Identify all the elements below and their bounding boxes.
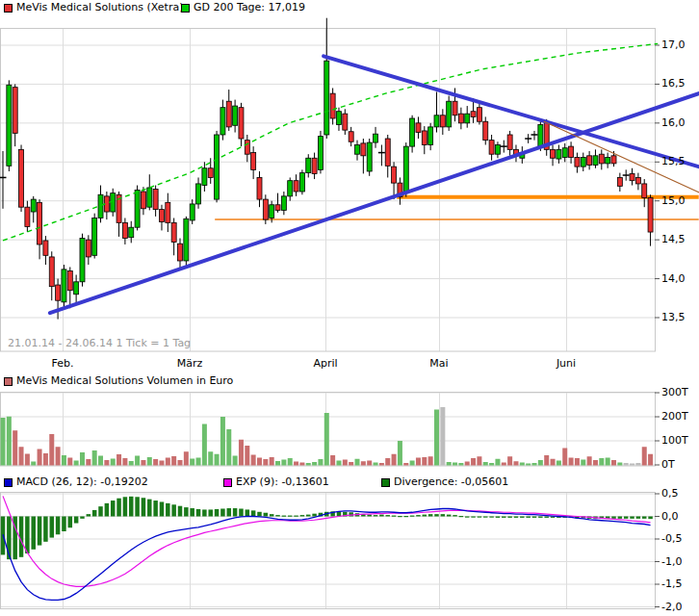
candle-body [92,218,97,256]
divergence-bar [483,517,488,518]
volume-bar [306,463,311,466]
volume-bar [275,461,280,466]
volume-bar [239,440,244,466]
candle-body [611,156,616,164]
candle-body [288,181,293,196]
volume-legend-label: MeVis Medical Solutions Volumen in Euro [16,374,233,388]
divergence-bar [227,508,232,516]
candle-body [67,270,72,290]
candle-body [587,156,592,166]
candle-body [153,190,158,210]
divergence-bar [25,517,30,554]
divergence-bar [123,497,127,516]
axis-tick-label: -1,0 [661,555,682,568]
volume-bar [410,461,415,466]
volume-bar [440,407,445,466]
doji-dash [525,138,531,140]
axis-tick-label: 15,5 [661,155,686,167]
volume-legend-swatch [4,377,13,386]
divergence-bar [294,516,298,517]
candle-body [403,146,408,193]
exp-legend-label: EXP (9): -0,13601 [236,475,329,489]
candle-body [306,158,311,172]
candle-body [202,168,207,186]
volume-bar [599,458,604,466]
candle-body [434,116,439,127]
macd-legend-label: MACD (26, 12): -0,19202 [16,475,148,489]
candle-body [416,123,421,133]
volume-bar [312,462,317,466]
divergence-bar [62,517,66,532]
divergence-bar [43,517,48,542]
chart-canvas [0,0,699,616]
candle-body [263,199,268,219]
volume-bar [642,447,647,465]
divergence-bar [153,500,158,516]
volume-bar [141,460,145,466]
volume-bar [477,456,481,465]
divergence-bar [465,517,470,518]
volume-bar [208,451,213,465]
candle-body [471,112,476,117]
volume-bar [251,455,256,466]
volume-bar [226,429,231,466]
axis-tick-label: -2,0 [661,601,682,613]
candle-body [617,177,622,186]
candle-body [385,139,390,166]
divergence-bar [80,517,85,519]
divergence-bar [208,509,213,516]
candle-body [324,61,329,135]
divergence-bar [441,514,446,516]
candle-body [557,149,561,159]
axis-tick-label: 200T [661,410,688,423]
divergence-bar [630,517,634,519]
candle-body [80,239,85,282]
divergence-bar [251,510,256,516]
candle-body [483,121,488,140]
volume-bar [502,463,506,466]
macd-line [3,509,651,601]
candle-body [538,124,543,146]
divergence-bar [423,515,427,517]
volume-bar [507,456,512,465]
volume-bar [361,461,366,465]
candle-body [74,282,79,295]
axis-tick-label: 15,0 [661,194,686,207]
divergence-bar [642,517,647,519]
divergence-bar [489,517,493,518]
candle-body [190,204,194,220]
divergence-bar [416,515,421,516]
volume-bar [38,449,42,466]
volume-bar [447,462,452,466]
volume-bar [86,459,91,466]
volume-bar [483,462,488,466]
axis-tick-label: 16,5 [661,77,686,90]
volume-bar [562,449,567,466]
candle-body [147,188,152,207]
candle-body [159,210,164,222]
divergence-bar [544,517,549,518]
volume-bar [611,460,616,466]
divergence-bar [447,515,452,517]
candle-body [642,184,647,198]
candle-body [215,135,220,199]
candle-body [392,167,397,183]
volume-bar [288,458,293,466]
volume-bar [122,458,127,466]
divergence-bar [220,509,225,517]
candle-body [275,205,280,211]
axis-tick-label: -1,5 [661,578,682,590]
gd200-legend-swatch [181,4,190,13]
divergence-bar [135,497,140,516]
divergence-histogram [1,497,653,559]
volume-bar [233,456,238,466]
candle-body [477,108,481,122]
candle-body [129,227,134,238]
candle-body [62,270,66,302]
volume-bar [147,457,152,466]
divergence-bar [520,517,525,518]
divergence-bar [68,517,73,528]
divergence-bar [526,517,531,518]
axis-tick-label: 16,0 [661,116,686,129]
volume-bar [617,463,622,466]
